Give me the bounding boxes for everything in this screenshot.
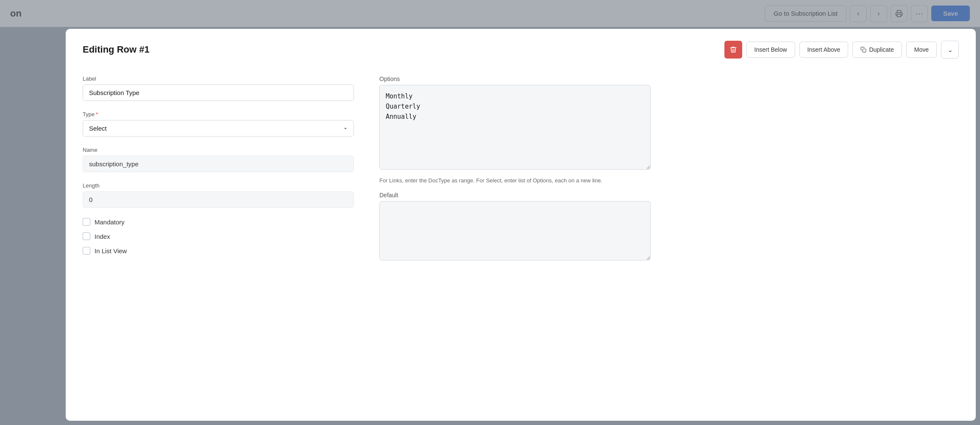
name-input-readonly: subscription_type	[83, 156, 354, 172]
options-field-group: Options Monthly Quarterly Annually	[379, 75, 651, 170]
label-field-label: Label	[83, 75, 354, 82]
options-hint: For Links, enter the DocType as range. F…	[379, 176, 651, 185]
modal-toolbar: Insert Below Insert Above Duplicate Move…	[724, 41, 959, 59]
length-field-group: Length 0	[83, 182, 354, 208]
checkboxes-group: Mandatory Index In List View	[83, 218, 354, 254]
index-checkbox[interactable]	[83, 232, 90, 240]
mandatory-label: Mandatory	[95, 218, 125, 226]
edit-row-modal: Editing Row #1 Insert Below Insert Above	[66, 29, 976, 421]
left-column: Label Type* Select Data Link Check Int	[83, 75, 354, 408]
expand-button[interactable]: ⌄	[941, 41, 959, 59]
in-list-view-checkbox-row[interactable]: In List View	[83, 247, 354, 254]
insert-below-button[interactable]: Insert Below	[746, 42, 795, 58]
in-list-view-checkbox[interactable]	[83, 247, 90, 254]
index-label: Index	[95, 233, 110, 240]
length-input-readonly: 0	[83, 191, 354, 208]
mandatory-checkbox-row[interactable]: Mandatory	[83, 218, 354, 226]
insert-above-button[interactable]: Insert Above	[799, 42, 849, 58]
length-field-label: Length	[83, 182, 354, 189]
type-select[interactable]: Select Data Link Check Int	[83, 120, 354, 137]
in-list-view-label: In List View	[95, 247, 127, 254]
type-field-group: Type* Select Data Link Check Int	[83, 111, 354, 137]
delete-row-button[interactable]	[724, 41, 742, 59]
label-input[interactable]	[83, 84, 354, 101]
default-label: Default	[379, 192, 651, 199]
modal-header: Editing Row #1 Insert Below Insert Above	[66, 29, 976, 67]
default-field-group: Default	[379, 192, 651, 260]
index-checkbox-row[interactable]: Index	[83, 232, 354, 240]
mandatory-checkbox[interactable]	[83, 218, 90, 226]
label-field-group: Label	[83, 75, 354, 101]
required-indicator: *	[96, 111, 98, 117]
duplicate-button[interactable]: Duplicate	[852, 42, 902, 58]
default-textarea[interactable]	[379, 201, 651, 260]
move-button[interactable]: Move	[906, 42, 937, 58]
type-select-wrapper: Select Data Link Check Int	[83, 120, 354, 137]
right-column: Options Monthly Quarterly Annually For L…	[379, 75, 651, 408]
options-label: Options	[379, 75, 651, 82]
modal-title: Editing Row #1	[83, 44, 150, 55]
name-field-label: Name	[83, 147, 354, 153]
type-field-label: Type*	[83, 111, 354, 117]
name-field-group: Name subscription_type	[83, 147, 354, 172]
svg-rect-1	[863, 49, 866, 52]
modal-body: Label Type* Select Data Link Check Int	[66, 67, 976, 421]
options-textarea[interactable]: Monthly Quarterly Annually	[379, 85, 651, 170]
